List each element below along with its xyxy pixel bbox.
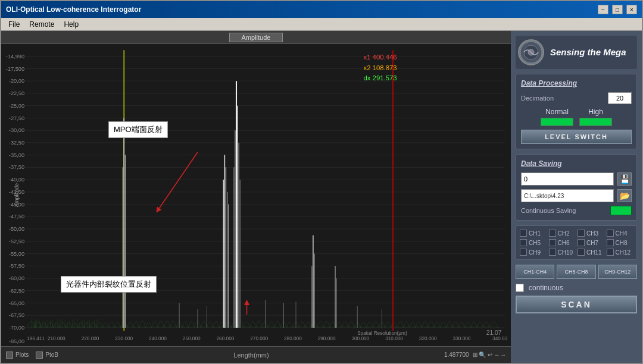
plots-checkbox[interactable] bbox=[6, 352, 13, 359]
ch1-item: CH1 bbox=[520, 230, 547, 237]
save-icon[interactable]: 💾 bbox=[617, 172, 632, 186]
ch10-checkbox[interactable] bbox=[549, 249, 556, 256]
ch3-item: CH3 bbox=[578, 230, 604, 237]
save-value-input[interactable]: 0 bbox=[521, 172, 614, 186]
ch2-checkbox[interactable] bbox=[549, 230, 556, 237]
continuous-saving-row: Continuous Saving bbox=[521, 206, 632, 215]
brand-logo bbox=[518, 39, 544, 65]
menu-help[interactable]: Help bbox=[59, 19, 83, 30]
menubar: File Remote Help bbox=[1, 18, 642, 31]
annotation-crack: 光器件内部裂纹位置反射 bbox=[61, 276, 157, 293]
ch8-item: CH8 bbox=[607, 239, 633, 246]
ch6-checkbox[interactable] bbox=[549, 239, 556, 246]
svg-text:-30,00: -30,00 bbox=[9, 127, 24, 133]
high-indicator[interactable] bbox=[579, 118, 612, 126]
svg-text:-85,00: -85,00 bbox=[9, 338, 24, 344]
x-axis-label: Length(mm) bbox=[233, 352, 269, 359]
save-value-row: 0 💾 bbox=[521, 172, 632, 186]
continuous-checkbox[interactable] bbox=[516, 284, 524, 292]
svg-text:-65,00: -65,00 bbox=[9, 300, 24, 306]
chart-svg: -14,990 -17,500 -20,00 -22,50 -25,00 -27… bbox=[1, 44, 511, 346]
svg-text:dx   291.573: dx 291.573 bbox=[363, 74, 397, 81]
normal-indicator[interactable] bbox=[541, 118, 573, 126]
svg-text:-52,50: -52,50 bbox=[9, 239, 24, 244]
level-row: Normal High bbox=[521, 108, 632, 126]
brand-header: Sensing the Mega bbox=[516, 36, 637, 69]
menu-file[interactable]: File bbox=[4, 19, 24, 30]
level-switch-button[interactable]: LEVEL SWITCH bbox=[521, 130, 632, 144]
svg-text:-57,50: -57,50 bbox=[9, 263, 24, 269]
svg-text:196.411: 196.411 bbox=[27, 336, 45, 341]
svg-text:x2  108.873: x2 108.873 bbox=[363, 64, 397, 71]
ch10-label: CH10 bbox=[558, 249, 573, 256]
ch8-checkbox[interactable] bbox=[607, 239, 614, 246]
ch11-label: CH11 bbox=[586, 249, 602, 256]
brand-text: Sensing the Mega bbox=[550, 47, 626, 58]
ch1-label: CH1 bbox=[529, 230, 541, 237]
ch3-label: CH3 bbox=[586, 230, 598, 237]
svg-text:-70,00: -70,00 bbox=[9, 325, 24, 331]
svg-rect-0 bbox=[1, 44, 511, 346]
svg-text:210.000: 210.000 bbox=[48, 336, 65, 341]
ch12-checkbox[interactable] bbox=[607, 249, 614, 256]
nav-icons: ⊞ 🔍 ↩ ←→ bbox=[473, 352, 506, 358]
ch7-item: CH7 bbox=[578, 239, 604, 246]
ch11-checkbox[interactable] bbox=[578, 249, 585, 256]
ch1-checkbox[interactable] bbox=[520, 230, 527, 237]
high-label: High bbox=[588, 108, 603, 116]
window-title: OLI-Optical Low-coherence Interrogator bbox=[6, 5, 141, 14]
ch9-checkbox[interactable] bbox=[520, 249, 527, 256]
svg-text:270.000: 270.000 bbox=[250, 336, 268, 341]
svg-text:230.000: 230.000 bbox=[115, 336, 133, 341]
data-saving-section: Data Saving 0 💾 C:\...sktop\4.23 📂 Conti… bbox=[516, 154, 637, 221]
svg-text:-17,500: -17,500 bbox=[6, 66, 24, 72]
ptob-checkbox[interactable] bbox=[36, 352, 43, 359]
ch4-item: CH4 bbox=[607, 230, 633, 237]
path-row: C:\...sktop\4.23 📂 bbox=[521, 189, 632, 202]
normal-level[interactable]: Normal bbox=[541, 108, 573, 126]
svg-text:340.03: 340.03 bbox=[492, 336, 508, 341]
ch2-label: CH2 bbox=[558, 230, 570, 237]
svg-text:-40,00: -40,00 bbox=[9, 177, 24, 183]
plots-label: Plots bbox=[15, 352, 29, 358]
ch9-ch12-button[interactable]: CH9-CH12 bbox=[598, 265, 637, 279]
svg-text:-27,50: -27,50 bbox=[9, 115, 24, 121]
svg-text:-62,50: -62,50 bbox=[9, 288, 24, 294]
decimation-input[interactable]: 20 bbox=[608, 92, 632, 104]
close-button[interactable]: × bbox=[626, 5, 637, 14]
menu-remote[interactable]: Remote bbox=[24, 19, 59, 30]
svg-text:290.000: 290.000 bbox=[318, 336, 336, 341]
ch12-label: CH12 bbox=[616, 249, 631, 256]
svg-text:-20,00: -20,00 bbox=[9, 78, 24, 84]
ch5-checkbox[interactable] bbox=[520, 239, 527, 246]
ch7-checkbox[interactable] bbox=[578, 239, 585, 246]
checkbox-plots[interactable]: Plots bbox=[6, 352, 29, 359]
checkbox-ptob[interactable]: PtoB bbox=[36, 352, 58, 359]
scan-button[interactable]: SCAN bbox=[516, 296, 637, 313]
minimize-button[interactable]: − bbox=[598, 5, 608, 14]
continuous-toggle[interactable] bbox=[610, 206, 632, 215]
svg-text:-47,50: -47,50 bbox=[9, 214, 24, 219]
svg-text:240.000: 240.000 bbox=[149, 336, 167, 341]
ptob-label: PtoB bbox=[45, 352, 58, 358]
data-saving-title: Data Saving bbox=[521, 159, 632, 168]
ch9-label: CH9 bbox=[529, 249, 541, 256]
ch3-checkbox[interactable] bbox=[578, 230, 585, 237]
ch5-ch8-button[interactable]: CH5-CH8 bbox=[557, 265, 595, 279]
ch5-item: CH5 bbox=[520, 239, 547, 246]
main-content: Amplitude Amplitude bbox=[1, 31, 642, 363]
chart-body[interactable]: Amplitude bbox=[1, 44, 511, 346]
folder-icon[interactable]: 📂 bbox=[617, 189, 632, 202]
data-processing-section: Data Processing Decimation 20 Normal Hig… bbox=[516, 74, 637, 149]
ch1-ch4-button[interactable]: CH1-CH4 bbox=[516, 265, 554, 279]
high-level[interactable]: High bbox=[579, 108, 612, 126]
ch4-checkbox[interactable] bbox=[607, 230, 614, 237]
chart-checkboxes: Plots PtoB bbox=[6, 352, 58, 359]
maximize-button[interactable]: □ bbox=[612, 5, 623, 14]
path-input[interactable]: C:\...sktop\4.23 bbox=[521, 189, 614, 202]
ch6-item: CH6 bbox=[549, 239, 576, 246]
ch5-label: CH5 bbox=[529, 240, 541, 246]
channel-section: CH1 CH2 CH3 CH4 CH5 CH6 CH7 CH8 CH9 CH10… bbox=[516, 225, 637, 260]
normal-label: Normal bbox=[545, 108, 569, 116]
chart-area: Amplitude Amplitude bbox=[1, 31, 511, 363]
